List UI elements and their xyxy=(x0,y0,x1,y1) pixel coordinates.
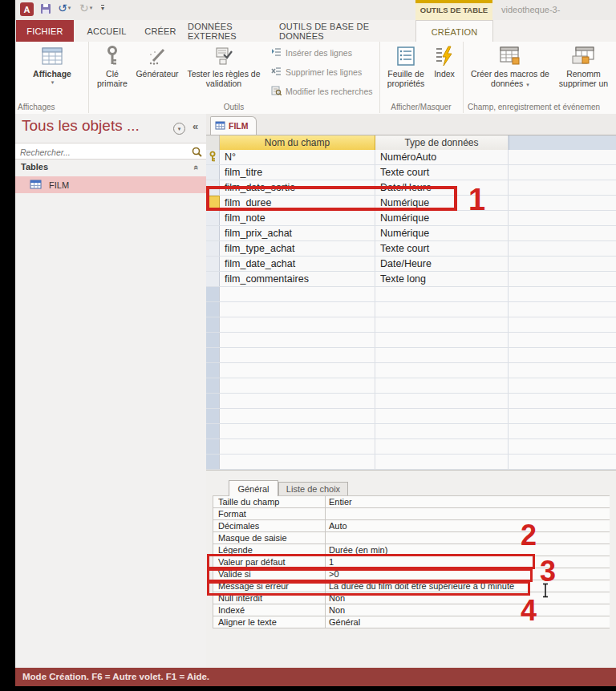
row-selector[interactable] xyxy=(206,378,220,393)
row-selector[interactable] xyxy=(206,257,220,271)
search-input[interactable] xyxy=(18,144,182,160)
row-selector[interactable] xyxy=(206,455,220,469)
empty-grid-cell[interactable] xyxy=(375,348,509,362)
feuille-proprietes-button[interactable]: Feuille de propriétés xyxy=(383,42,429,89)
empty-grid-cell[interactable] xyxy=(220,424,375,438)
current-row-selector[interactable] xyxy=(206,196,220,210)
empty-grid-cell[interactable] xyxy=(509,424,616,438)
row-selector[interactable] xyxy=(206,287,220,301)
row-selector[interactable] xyxy=(206,226,220,240)
empty-grid-cell[interactable] xyxy=(509,455,616,469)
tester-regles-button[interactable]: Tester les règles de validation xyxy=(183,42,265,89)
tab-outils-bdd[interactable]: OUTILS DE BASE DE DONNÉES xyxy=(279,20,406,42)
search-icon[interactable] xyxy=(192,146,202,160)
empty-grid-cell[interactable] xyxy=(375,455,509,469)
field-row: N° NuméroAuto xyxy=(206,150,616,165)
tab-donnees-externes[interactable]: DONNÉES EXTERNES xyxy=(188,20,273,42)
row-selector[interactable] xyxy=(206,317,220,332)
cle-primaire-button[interactable]: Clé primaire xyxy=(93,42,132,89)
access-app-icon[interactable]: A xyxy=(20,2,34,16)
empty-grid-cell[interactable] xyxy=(220,348,375,362)
empty-grid-cell[interactable] xyxy=(509,394,616,408)
undo-icon[interactable]: ↺ xyxy=(58,2,67,14)
empty-grid-cell[interactable] xyxy=(509,378,616,393)
document-tab-film[interactable]: FILM xyxy=(210,116,257,135)
empty-grid-cell[interactable] xyxy=(220,394,375,408)
empty-grid-cell[interactable] xyxy=(375,363,509,378)
empty-grid-cell[interactable] xyxy=(220,378,375,393)
empty-grid-cell[interactable] xyxy=(509,439,616,454)
empty-grid-row xyxy=(206,302,616,317)
tab-fichier[interactable]: FICHIER xyxy=(16,20,74,42)
qat-customize-icon[interactable]: ▾ xyxy=(101,5,104,12)
column-header-nom-du-champ[interactable]: Nom du champ xyxy=(220,135,375,150)
empty-grid-cell[interactable] xyxy=(509,348,616,362)
empty-grid-cell[interactable] xyxy=(509,363,616,378)
empty-grid-cell[interactable] xyxy=(220,409,375,423)
grid-corner-cell[interactable] xyxy=(206,135,220,150)
empty-grid-cell[interactable] xyxy=(220,287,375,301)
empty-grid-cell[interactable] xyxy=(509,287,616,301)
modifier-recherches-button[interactable]: Modifier les recherches xyxy=(271,82,373,101)
redo-icon[interactable]: ↻ xyxy=(79,2,89,14)
nav-section-tables[interactable]: Tables « xyxy=(15,161,206,175)
empty-grid-cell[interactable] xyxy=(509,409,616,423)
row-selector[interactable] xyxy=(206,439,220,454)
row-selector[interactable] xyxy=(206,394,220,408)
row-selector[interactable] xyxy=(206,424,220,438)
tab-creer[interactable]: CRÉER xyxy=(140,20,181,42)
empty-grid-cell[interactable] xyxy=(375,378,509,393)
redo-caret-icon[interactable]: ▾ xyxy=(90,5,93,11)
empty-grid-cell[interactable] xyxy=(375,424,509,438)
row-selector[interactable] xyxy=(206,211,220,225)
empty-grid-cell[interactable] xyxy=(220,302,375,317)
tab-creation[interactable]: CRÉATION xyxy=(415,20,493,42)
inserer-lignes-button[interactable]: Insérer des lignes xyxy=(271,43,373,63)
tab-liste-de-choix[interactable]: Liste de choix xyxy=(278,482,348,496)
empty-grid-cell[interactable] xyxy=(220,363,375,378)
empty-grid-cell[interactable] xyxy=(220,333,375,347)
design-grid-header: Nom du champ Type de données xyxy=(206,135,616,150)
renommer-supprimer-button[interactable]: Renommsupprimer un xyxy=(551,42,616,89)
empty-grid-cell[interactable] xyxy=(375,394,509,408)
nav-item-film[interactable]: FILM xyxy=(15,176,206,193)
empty-grid-cell[interactable] xyxy=(375,333,509,347)
nav-collapse-icon[interactable]: « xyxy=(192,120,198,132)
property-row: Format xyxy=(213,508,610,520)
row-selector[interactable] xyxy=(206,348,220,362)
tab-general[interactable]: Général xyxy=(229,480,278,496)
save-icon[interactable] xyxy=(40,3,51,18)
column-header-description[interactable] xyxy=(509,135,616,150)
empty-grid-cell[interactable] xyxy=(375,287,509,301)
row-selector[interactable] xyxy=(206,409,220,423)
empty-grid-cell[interactable] xyxy=(220,439,375,454)
empty-grid-cell[interactable] xyxy=(375,439,509,454)
creer-macros-button[interactable]: Créer des macros de données ▾ xyxy=(469,42,551,89)
row-selector[interactable] xyxy=(206,302,220,317)
row-selector[interactable] xyxy=(206,165,220,180)
row-selector[interactable] xyxy=(206,333,220,347)
empty-grid-cell[interactable] xyxy=(375,317,509,332)
column-header-type-de-donnees[interactable]: Type de données xyxy=(375,135,509,150)
row-selector[interactable] xyxy=(206,150,220,164)
empty-grid-cell[interactable] xyxy=(509,333,616,347)
supprimer-lignes-button[interactable]: Supprimer les lignes xyxy=(271,63,373,82)
empty-grid-row xyxy=(206,394,616,409)
undo-caret-icon[interactable]: ▾ xyxy=(68,5,71,11)
empty-grid-row xyxy=(206,439,616,455)
empty-grid-cell[interactable] xyxy=(509,302,616,317)
nav-menu-caret-icon[interactable]: ▾ xyxy=(173,123,185,135)
empty-grid-cell[interactable] xyxy=(509,317,616,332)
row-selector[interactable] xyxy=(206,363,220,378)
affichage-button[interactable]: Affichage ▾ xyxy=(31,42,73,86)
empty-grid-cell[interactable] xyxy=(220,455,375,469)
tab-accueil[interactable]: ACCUEIL xyxy=(80,20,133,42)
empty-grid-cell[interactable] xyxy=(375,302,509,317)
empty-grid-cell[interactable] xyxy=(375,409,509,423)
empty-grid-cell[interactable] xyxy=(220,317,375,332)
generateur-button[interactable]: Générateur xyxy=(132,42,183,79)
index-button[interactable]: Index xyxy=(429,42,460,79)
row-selector[interactable] xyxy=(206,241,220,256)
row-selector[interactable] xyxy=(206,272,220,286)
row-selector[interactable] xyxy=(206,180,220,195)
